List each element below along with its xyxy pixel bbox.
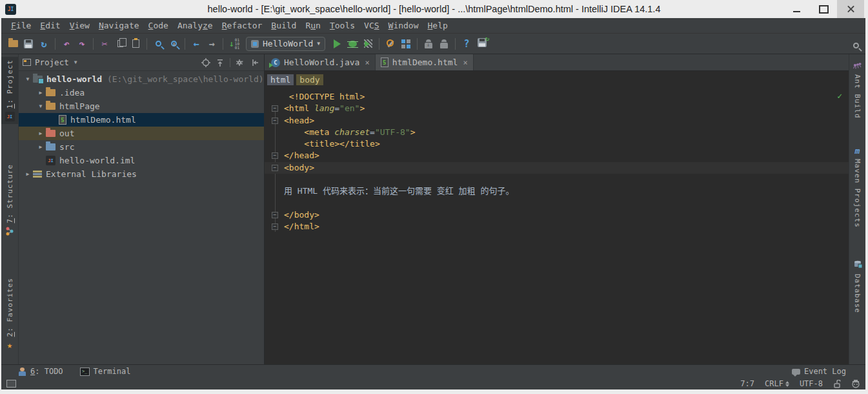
- breadcrumb-body[interactable]: body: [296, 74, 323, 85]
- menu-analyze[interactable]: Analyze: [173, 19, 217, 32]
- tool-window-button-terminal[interactable]: >_ Terminal: [80, 367, 131, 376]
- fold-marker-icon[interactable]: −: [272, 105, 278, 112]
- tool-window-button-todo[interactable]: 6: TODO: [18, 367, 63, 376]
- run-icon[interactable]: [329, 36, 345, 52]
- folder-icon: [46, 89, 56, 96]
- code-line: −</html>: [265, 221, 849, 233]
- menu-bar: File Edit View Navigate Code Analyze Ref…: [1, 18, 865, 34]
- menu-tools[interactable]: Tools: [325, 19, 359, 32]
- code-editor[interactable]: ✓ <!DOCTYPE html> −<html lang="en"> −<he…: [265, 88, 849, 364]
- code-line: 用 HTML 代码来表示：当前这一句需要 变红 加粗 的句子。: [265, 185, 849, 197]
- fold-end-marker-icon[interactable]: −: [272, 152, 278, 159]
- tree-row-external-libraries[interactable]: ▶ External Libraries: [19, 167, 264, 181]
- caret-position[interactable]: 7:7: [740, 379, 754, 388]
- project-structure-icon[interactable]: [398, 36, 414, 52]
- search-everywhere-icon[interactable]: [853, 39, 859, 51]
- forward-icon[interactable]: →: [204, 36, 219, 52]
- cut-icon[interactable]: ✂: [97, 36, 112, 52]
- tree-row-iml-file[interactable]: JI hello-world.iml: [19, 154, 264, 167]
- gear-icon[interactable]: [236, 58, 246, 67]
- tool-window-button-favorites[interactable]: 2: Favorites ★: [1, 275, 18, 353]
- replace-icon[interactable]: A: [166, 36, 181, 52]
- tree-row-project-root[interactable]: ▼ hello-world (E:\git_work_space\hello-w…: [19, 72, 264, 86]
- fold-end-marker-icon[interactable]: −: [272, 212, 278, 218]
- menu-build[interactable]: Build: [267, 19, 301, 32]
- tree-row-src-folder[interactable]: ▶ src: [19, 140, 264, 154]
- tool-window-button-database[interactable]: Database: [849, 257, 865, 316]
- back-icon[interactable]: ←: [188, 36, 204, 52]
- code-line: [265, 198, 849, 209]
- collapsed-arrow-icon[interactable]: ▶: [23, 171, 33, 177]
- tool-window-button-ant-build[interactable]: Ant Build: [849, 58, 865, 121]
- open-icon[interactable]: [5, 36, 21, 52]
- find-icon[interactable]: [150, 36, 166, 52]
- menu-help[interactable]: Help: [423, 19, 452, 32]
- maximize-button[interactable]: [810, 0, 837, 18]
- android-device-monitor-icon[interactable]: [436, 36, 452, 52]
- undo-icon[interactable]: ↶: [59, 36, 74, 52]
- collapsed-arrow-icon[interactable]: ▶: [35, 130, 46, 136]
- main-toolbar: ↻ ↶ ↷ ✂ A ← → ↓01 10 01 HelloWorld ▼ ↓: [1, 34, 865, 54]
- right-tool-window-bar: Ant Build m Maven Projects Database: [849, 54, 865, 364]
- title-bar: JI hello-world - [E:\git_work_space\hell…: [0, 0, 868, 18]
- fold-end-marker-icon[interactable]: −: [272, 223, 278, 230]
- copy-icon[interactable]: [112, 36, 128, 52]
- menu-run[interactable]: Run: [301, 19, 325, 32]
- export-to-text-icon[interactable]: ↓01 10 01: [227, 36, 242, 52]
- tree-row-htmlpage-folder[interactable]: ▼ htmlPage: [19, 99, 264, 113]
- export-settings-icon[interactable]: ↻: [474, 36, 490, 52]
- event-log-button[interactable]: Event Log: [792, 367, 846, 376]
- menu-refactor[interactable]: Refactor: [217, 19, 267, 32]
- unlock-icon[interactable]: [833, 380, 841, 388]
- expanded-arrow-icon[interactable]: ▼: [35, 103, 46, 109]
- collapse-all-icon[interactable]: [216, 58, 225, 67]
- hector-inspector-icon[interactable]: [851, 379, 860, 388]
- tool-window-quick-access-icon[interactable]: [6, 380, 16, 388]
- tree-row-out-folder[interactable]: ▶ out: [19, 127, 264, 140]
- menu-code[interactable]: Code: [144, 19, 173, 32]
- synchronize-icon[interactable]: ↻: [36, 36, 52, 52]
- tool-window-button-project[interactable]: 1: Project JI: [1, 57, 18, 124]
- help-icon[interactable]: ?: [459, 36, 474, 52]
- hide-panel-icon[interactable]: [251, 58, 260, 67]
- locate-target-icon[interactable]: [201, 58, 210, 67]
- paste-icon[interactable]: [128, 36, 143, 52]
- menu-vcs[interactable]: VCS: [359, 19, 383, 32]
- breadcrumb-html[interactable]: html: [267, 74, 294, 85]
- menu-file[interactable]: File: [6, 19, 35, 32]
- settings-icon[interactable]: [383, 36, 398, 52]
- redo-icon[interactable]: ↷: [74, 36, 90, 52]
- excluded-folder-icon: [46, 130, 56, 137]
- collapsed-arrow-icon[interactable]: ▶: [35, 90, 46, 96]
- chevron-down-icon[interactable]: ▼: [74, 59, 77, 65]
- menu-navigate[interactable]: Navigate: [94, 19, 144, 32]
- menu-view[interactable]: View: [65, 19, 94, 32]
- tree-row-htmldemo-file[interactable]: 5 htmlDemo.html: [19, 113, 264, 127]
- expanded-arrow-icon[interactable]: ▼: [23, 76, 33, 82]
- debug-icon[interactable]: [345, 36, 360, 52]
- run-configuration-select[interactable]: HelloWorld ▼: [246, 37, 325, 51]
- menu-edit[interactable]: Edit: [35, 19, 65, 32]
- tree-row-idea-folder[interactable]: ▶ .idea: [19, 86, 264, 99]
- tab-htmldemo-html[interactable]: 5 htmlDemo.html ×: [376, 54, 474, 70]
- fold-marker-icon[interactable]: −: [272, 165, 278, 171]
- line-ending-select[interactable]: CRLF: [765, 379, 789, 388]
- run-with-coverage-icon[interactable]: [360, 36, 376, 52]
- menu-window[interactable]: Window: [384, 19, 423, 32]
- save-all-icon[interactable]: [21, 36, 36, 52]
- tool-window-button-maven-projects[interactable]: m Maven Projects: [849, 143, 865, 231]
- tab-helloworld-java[interactable]: C HelloWorld.java ×: [266, 54, 376, 70]
- status-bar: 7:7 CRLF UTF-8: [1, 378, 865, 389]
- android-sdk-manager-icon[interactable]: ↓: [421, 36, 436, 52]
- maven-icon: m: [855, 146, 860, 156]
- minimize-button[interactable]: [783, 0, 810, 18]
- encoding-select[interactable]: UTF-8: [800, 379, 823, 388]
- collapsed-arrow-icon[interactable]: ▶: [35, 144, 46, 150]
- fold-marker-icon[interactable]: −: [272, 118, 278, 124]
- tool-window-button-structure[interactable]: 7: Structure: [1, 161, 18, 240]
- html-file-icon: 5: [59, 115, 66, 125]
- code-line: [265, 174, 849, 185]
- close-tab-icon[interactable]: ×: [365, 58, 369, 67]
- close-tab-icon[interactable]: ×: [463, 58, 467, 67]
- close-button[interactable]: [837, 0, 864, 18]
